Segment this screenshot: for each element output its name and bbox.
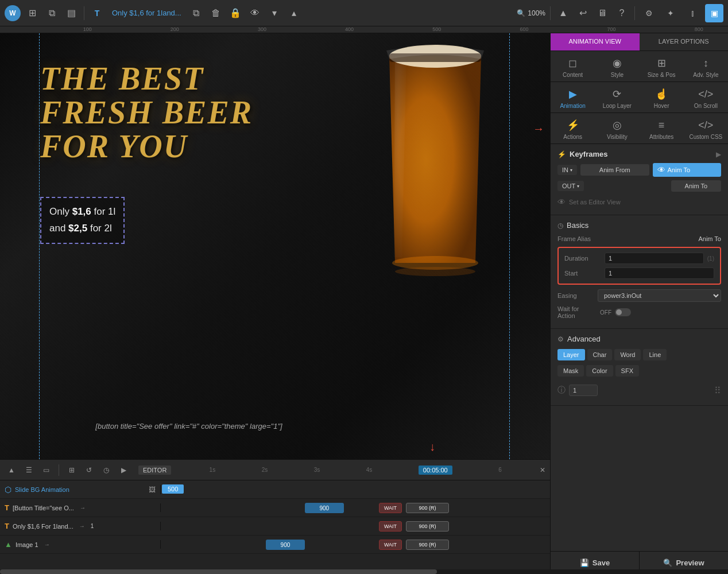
tab-sfx[interactable]: SFX	[615, 365, 639, 377]
editor-view-label[interactable]: Set as Editor View	[569, 199, 621, 205]
easing-label: Easing	[557, 292, 598, 299]
keyframes-expand-icon[interactable]: ▶	[716, 150, 721, 158]
device-icon[interactable]: 🖥	[594, 5, 610, 21]
content-btn[interactable]: ◻ Content	[551, 51, 595, 82]
image-arrow: →	[44, 541, 50, 548]
wait-toggle[interactable]	[615, 308, 631, 316]
custom-css-btn[interactable]: </> Custom CSS	[684, 113, 728, 144]
attributes-btn[interactable]: ≡ Attributes	[640, 113, 684, 144]
image-track[interactable]: 900 WAIT 900 (R)	[161, 536, 550, 553]
tl-folder-icon[interactable]: ▭	[39, 463, 53, 477]
timeline-close-btn[interactable]: ✕	[540, 466, 545, 474]
tab-layer[interactable]: Layer	[557, 349, 585, 360]
eye-icon[interactable]: 👁	[247, 5, 263, 21]
btn-track[interactable]: 900 WAIT 900 (R)	[161, 499, 550, 517]
loop-layer-btn[interactable]: ⟳ Loop Layer	[595, 82, 639, 113]
tl-refresh-icon[interactable]: ↺	[82, 463, 96, 477]
save-icon: 💾	[580, 559, 589, 567]
tab-char[interactable]: Char	[587, 349, 613, 360]
wordpress-icon[interactable]: W	[5, 5, 21, 21]
cursor-icon[interactable]: ▲	[555, 5, 571, 21]
arrow-to-timeline: ↓	[429, 440, 435, 453]
style-btn[interactable]: ◉ Style	[595, 51, 639, 82]
tl-play-icon[interactable]: ▶	[117, 463, 130, 477]
right-panel: ANIMATION VIEW LAYER OPTIONS ◻ Content ◉…	[550, 33, 728, 574]
slide-track[interactable]: 500	[161, 480, 550, 498]
ruler: 100 200 300 400 500 600 700 800	[0, 26, 728, 33]
price-box[interactable]: Only $1,6 for 1l and $2,5 for 2l	[40, 197, 125, 244]
sep2	[550, 6, 551, 20]
duplicate-icon[interactable]: ⧉	[188, 5, 204, 21]
on-scroll-btn[interactable]: </> On Scroll	[684, 82, 728, 113]
chevron-down-icon[interactable]: ▾	[266, 5, 282, 21]
advanced-number-input[interactable]	[569, 385, 598, 396]
chevron-up-icon[interactable]: ▴	[286, 5, 302, 21]
frame-alias-value: Anim To	[698, 235, 721, 242]
actions-btn[interactable]: ⚡ Actions	[551, 113, 595, 144]
visibility-btn[interactable]: ◎ Visibility	[595, 113, 639, 144]
tl-clock-icon[interactable]: ◷	[99, 463, 113, 477]
layers-icon[interactable]: ⧉	[44, 5, 60, 21]
content-icon: ◻	[568, 57, 577, 69]
tl-grid-icon[interactable]: ⊞	[65, 463, 79, 477]
grid-icon[interactable]: ⊞	[24, 5, 40, 21]
timeline-row-image[interactable]: ▲ Image 1 → 900 WAIT 900 (R)	[0, 536, 550, 554]
timeline-row-button[interactable]: T [Button Title="see O... → 900 WAIT 900…	[0, 499, 550, 517]
canvas-wrapper[interactable]: THE BEST FRESH BEER FOR YOU Only $1,6 fo…	[0, 33, 550, 459]
timeline: ▲ ☰ ▭ ⊞ ↺ ◷ ▶ EDITOR 1s 2s 3s 4s 00:05:0…	[0, 459, 550, 574]
tab-line[interactable]: Line	[643, 349, 667, 360]
frame-alias-row: Frame Alias Anim To	[557, 235, 721, 242]
advanced-section: ⚙ Advanced Layer Char Word Line Mask Col…	[551, 329, 728, 406]
timeline-scrollbar[interactable]	[0, 569, 550, 574]
icon-grid-row2: ▶ Animation ⟳ Loop Layer ☝ Hover </> On …	[551, 82, 728, 113]
price-track[interactable]: WAIT 900 (R)	[161, 517, 550, 535]
easing-row: Easing power3.inOut	[557, 289, 721, 302]
columns-btn[interactable]: ⫿	[683, 4, 702, 22]
scroll-thumb[interactable]	[0, 569, 437, 574]
tab-word[interactable]: Word	[614, 349, 641, 360]
anim-to-label-btn[interactable]: Anim To	[671, 180, 721, 192]
keyframes-icon: ⚡	[557, 150, 566, 158]
text-icon-price: T	[5, 522, 9, 530]
in-btn[interactable]: IN ▾	[557, 165, 577, 175]
anim-to-btn[interactable]: 👁 Anim To	[653, 163, 722, 177]
basics-header: ◷ Basics	[557, 221, 721, 230]
top-bar: W ⊞ ⧉ ▤ T Only $1,6 for 1land... ⧉ 🗑 🔒 👁…	[0, 0, 728, 26]
tl-list-icon[interactable]: ☰	[22, 463, 36, 477]
settings-btn[interactable]: ⚙	[640, 4, 658, 22]
tab-animation-view[interactable]: ANIMATION VIEW	[551, 33, 640, 51]
center-btn[interactable]: ✦	[661, 4, 680, 22]
animation-btn[interactable]: ▶ Animation	[551, 82, 595, 113]
canvas-background: THE BEST FRESH BEER FOR YOU Only $1,6 fo…	[0, 33, 550, 459]
image-block-900r: 900 (R)	[406, 540, 449, 550]
timeline-row-slide[interactable]: ⬡ Slide BG Animation 🖼 500	[0, 480, 550, 499]
panel-spacer	[551, 406, 728, 551]
tab-mask[interactable]: Mask	[557, 365, 584, 377]
tab-color[interactable]: Color	[586, 365, 613, 377]
text-layer-icon: T	[89, 5, 105, 21]
visibility-label: Visibility	[607, 134, 628, 140]
undo-icon[interactable]: ↩	[575, 5, 591, 21]
easing-select[interactable]: power3.inOut	[598, 289, 721, 302]
start-input[interactable]	[605, 267, 714, 279]
anim-from-btn[interactable]: Anim From	[580, 164, 649, 176]
price-row-label: T Only $1,6 For 1land... → 1	[0, 522, 161, 530]
keyframes-section: ⚡ Keyframes ▶ IN ▾ Anim From 👁 Anim To	[551, 144, 728, 215]
keyframes-title: Keyframes	[570, 150, 608, 158]
duration-input[interactable]	[605, 253, 704, 264]
adv-style-btn[interactable]: ↕ Adv. Style	[684, 51, 728, 82]
editor-label: EDITOR	[138, 466, 171, 475]
trash-icon[interactable]: 🗑	[208, 5, 224, 21]
help-icon[interactable]: ?	[614, 5, 630, 21]
frame-icon[interactable]: ▤	[63, 5, 79, 21]
start-row: Start	[564, 267, 714, 279]
timeline-row-price[interactable]: T Only $1,6 For 1land... → 1 WAIT 900 (R…	[0, 517, 550, 536]
tab-layer-options[interactable]: LAYER OPTIONS	[640, 33, 729, 51]
tl-arrow-icon[interactable]: ▲	[5, 463, 18, 477]
lock-icon[interactable]: 🔒	[227, 5, 243, 21]
out-btn[interactable]: OUT ▾	[557, 181, 584, 191]
size-pos-btn[interactable]: ⊞ Size & Pos	[640, 51, 684, 82]
hover-btn[interactable]: ☝ Hover	[640, 82, 684, 113]
duration-hint: (1)	[707, 255, 714, 262]
revslider-btn[interactable]: ▣	[705, 4, 723, 22]
